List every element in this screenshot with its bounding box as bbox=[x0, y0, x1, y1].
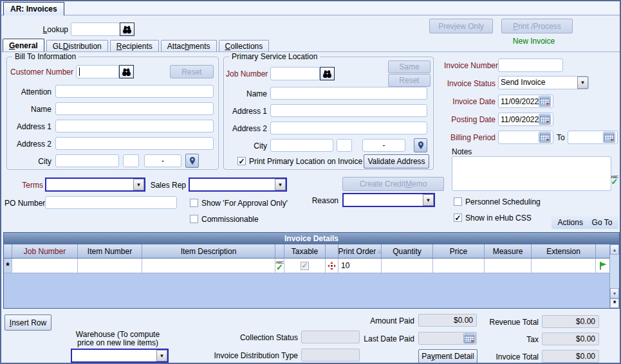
show-ehub-checkbox[interactable] bbox=[454, 214, 462, 222]
scroll-down-button[interactable]: ▼ bbox=[610, 288, 619, 298]
commissionable-checkbox[interactable] bbox=[190, 215, 198, 223]
bill-to-address2-input[interactable] bbox=[55, 137, 214, 150]
header-quantity[interactable]: Quantity bbox=[382, 244, 433, 258]
header-item-number[interactable]: Item Number bbox=[78, 244, 142, 258]
service-reset-button[interactable]: Reset bbox=[388, 74, 431, 87]
cell-quantity[interactable] bbox=[382, 259, 433, 273]
item-number-cell-input[interactable] bbox=[78, 259, 142, 273]
personnel-scheduling-label: Personnel Scheduling bbox=[465, 197, 541, 206]
cell-print-order[interactable]: 10 bbox=[338, 259, 382, 273]
service-address1-input[interactable] bbox=[270, 104, 427, 117]
cell-measure[interactable] bbox=[485, 259, 532, 273]
po-number-input[interactable] bbox=[45, 196, 177, 209]
service-city-input[interactable] bbox=[270, 139, 333, 152]
chevron-down-icon[interactable] bbox=[275, 179, 286, 190]
preview-only-button[interactable]: Preview Only bbox=[429, 19, 493, 33]
customer-number-search-button[interactable] bbox=[119, 65, 134, 78]
insert-row-button[interactable]: Insert Row bbox=[5, 314, 51, 331]
validate-address-button[interactable]: Validate Address bbox=[364, 154, 429, 168]
row-selector[interactable]: * bbox=[4, 259, 12, 273]
service-address2-input[interactable] bbox=[270, 122, 427, 134]
create-credit-memo-button[interactable]: Create Credit Memo bbox=[342, 177, 444, 191]
item-description-cell-input[interactable] bbox=[142, 259, 275, 273]
service-city-label: City bbox=[226, 141, 267, 150]
tab-gl-distribution[interactable]: GL Distribution bbox=[46, 40, 108, 52]
billing-period-to-field[interactable] bbox=[568, 131, 618, 144]
header-print-order[interactable]: Print Order△ bbox=[338, 244, 382, 258]
service-zip-input[interactable]: - bbox=[362, 139, 405, 152]
chevron-down-icon[interactable] bbox=[423, 194, 434, 206]
cell-extension[interactable] bbox=[532, 259, 596, 273]
customer-number-input[interactable] bbox=[76, 65, 119, 78]
show-approval-checkbox[interactable] bbox=[190, 199, 198, 207]
calendar-icon[interactable] bbox=[463, 333, 476, 343]
header-taxable[interactable]: Taxable bbox=[284, 244, 326, 258]
reason-combo[interactable] bbox=[342, 193, 435, 207]
payment-detail-button[interactable]: Payment Detail bbox=[418, 349, 477, 363]
sales-rep-label: Sales Rep bbox=[149, 181, 186, 190]
chevron-down-icon[interactable] bbox=[156, 350, 167, 361]
personnel-scheduling-checkbox[interactable] bbox=[454, 197, 462, 206]
tab-recipients[interactable]: Recipients bbox=[110, 40, 159, 52]
cell-spellcheck[interactable]: ABC✓ bbox=[275, 259, 284, 273]
cell-flag[interactable] bbox=[596, 259, 609, 273]
header-extension[interactable]: Extension bbox=[532, 244, 596, 258]
calendar-icon[interactable] bbox=[539, 114, 551, 125]
header-selector bbox=[4, 244, 12, 258]
job-number-search-button[interactable] bbox=[320, 67, 335, 80]
header-price[interactable]: Price bbox=[433, 244, 485, 258]
invoice-date-field[interactable]: 11/09/2022 bbox=[498, 95, 553, 108]
scrollbar-track[interactable] bbox=[610, 255, 619, 288]
bill-to-map-button[interactable] bbox=[185, 154, 199, 168]
taxable-checkbox[interactable] bbox=[301, 262, 309, 270]
job-number-cell-input[interactable] bbox=[12, 259, 78, 273]
scroll-up-button[interactable]: ▲ bbox=[610, 244, 619, 255]
notes-textarea[interactable] bbox=[452, 156, 611, 191]
bill-to-address1-input[interactable] bbox=[55, 120, 214, 132]
bill-to-city-input[interactable] bbox=[55, 154, 119, 167]
bill-to-reset-button[interactable]: Reset bbox=[170, 65, 214, 78]
service-same-button[interactable]: Same bbox=[388, 60, 431, 73]
print-primary-checkbox[interactable] bbox=[237, 157, 246, 165]
print-primary-label: Print Primary Location on Invoice bbox=[249, 157, 362, 166]
billing-period-from-field[interactable] bbox=[498, 131, 553, 144]
bill-to-state-input[interactable] bbox=[123, 154, 139, 167]
service-name-input[interactable] bbox=[270, 87, 427, 100]
invoice-status-combo[interactable]: Send Invoice bbox=[498, 76, 589, 89]
tab-attachments[interactable]: Attachments bbox=[161, 40, 217, 52]
job-number-input[interactable] bbox=[270, 67, 320, 80]
spellcheck-icon[interactable]: ABC✓ bbox=[611, 175, 618, 186]
calendar-icon[interactable] bbox=[603, 132, 615, 143]
posting-date-field[interactable]: 11/09/2022 bbox=[498, 113, 553, 126]
tab-general[interactable]: General bbox=[3, 39, 44, 52]
attention-input[interactable] bbox=[55, 85, 214, 98]
calendar-icon[interactable] bbox=[539, 96, 551, 107]
service-map-button[interactable] bbox=[414, 138, 427, 152]
sales-rep-combo[interactable] bbox=[189, 177, 287, 192]
tab-collections[interactable]: Collections bbox=[219, 40, 270, 52]
bill-to-name-input[interactable] bbox=[55, 102, 214, 115]
goto-button[interactable]: Go To bbox=[589, 218, 615, 227]
cell-price[interactable] bbox=[433, 259, 485, 273]
new-record-button[interactable]: * bbox=[610, 298, 619, 308]
chevron-down-icon[interactable] bbox=[577, 77, 588, 89]
terms-combo[interactable] bbox=[45, 177, 145, 192]
header-measure[interactable]: Measure bbox=[485, 244, 532, 258]
window-tab-ar-invoices[interactable]: AR: Invoices bbox=[3, 2, 64, 15]
cell-move[interactable] bbox=[326, 259, 338, 273]
invoice-number-input[interactable] bbox=[498, 59, 563, 72]
lookup-input[interactable] bbox=[71, 23, 120, 36]
lookup-search-button[interactable] bbox=[120, 23, 134, 36]
chevron-down-icon[interactable] bbox=[133, 179, 144, 190]
header-job-number[interactable]: Job Number bbox=[12, 244, 78, 258]
warehouse-combo[interactable] bbox=[71, 349, 169, 363]
posting-date-label: Posting Date bbox=[444, 115, 496, 124]
last-date-paid-field bbox=[418, 332, 477, 345]
print-process-button[interactable]: Print /Process bbox=[501, 19, 573, 33]
actions-button[interactable]: Actions bbox=[555, 218, 586, 227]
calendar-icon[interactable] bbox=[539, 132, 551, 143]
bill-to-zip-input[interactable]: - bbox=[144, 154, 181, 167]
service-state-input[interactable] bbox=[337, 139, 352, 152]
header-item-description[interactable]: Item Description bbox=[142, 244, 275, 258]
table-scrollbar[interactable]: ▲ ▼ * bbox=[609, 244, 619, 308]
